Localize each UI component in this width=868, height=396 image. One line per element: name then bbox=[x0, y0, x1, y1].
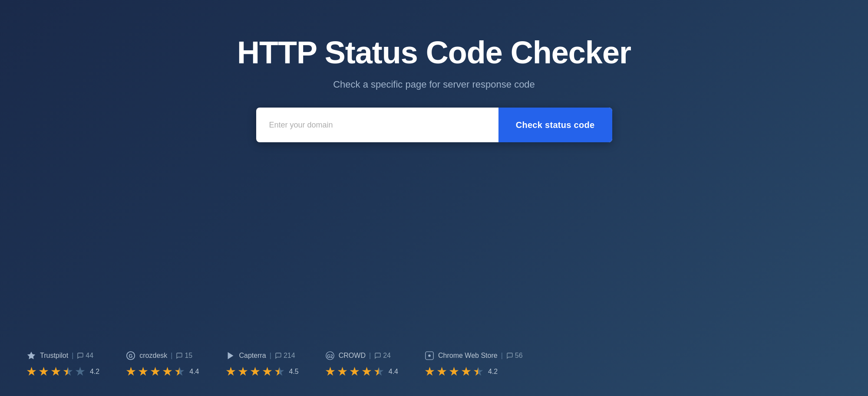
search-form: Check status code bbox=[256, 108, 612, 142]
review-number: 56 bbox=[515, 352, 523, 360]
stars-row: ★★★★★ 4.2 bbox=[424, 364, 523, 379]
rating-number: 4.4 bbox=[189, 368, 199, 376]
star-full: ★ bbox=[125, 364, 136, 379]
star-full: ★ bbox=[361, 364, 372, 379]
svg-text:G2: G2 bbox=[327, 354, 333, 359]
stars-row: ★★★★★ 4.5 bbox=[225, 364, 299, 379]
rating-item-crowd: G2 CROWD | 24 ★★★★★ 4.4 bbox=[325, 350, 398, 379]
review-number: 214 bbox=[284, 352, 295, 360]
star-full: ★ bbox=[38, 364, 49, 379]
rating-number: 4.4 bbox=[389, 368, 398, 376]
rating-header: G crozdesk | 15 bbox=[125, 350, 199, 361]
platform-name: Trustpilot bbox=[40, 352, 68, 360]
review-count: 24 bbox=[374, 352, 391, 360]
star-half: ★ bbox=[473, 364, 484, 379]
star-full: ★ bbox=[325, 364, 336, 379]
rating-item-crozdesk: G crozdesk | 15 ★★★★★ 4.4 bbox=[125, 350, 199, 379]
star-full: ★ bbox=[349, 364, 360, 379]
rating-item-capterra: Capterra | 214 ★★★★★ 4.5 bbox=[225, 350, 299, 379]
platform-name: Chrome Web Store bbox=[438, 352, 498, 360]
star-full: ★ bbox=[138, 364, 149, 379]
stars: ★★★★★ bbox=[225, 364, 285, 379]
star-full: ★ bbox=[150, 364, 161, 379]
star-full: ★ bbox=[436, 364, 447, 379]
stars-row: ★★★★★ 4.4 bbox=[325, 364, 398, 379]
rating-item-chrome-web-store: Chrome Web Store | 56 ★★★★★ 4.2 bbox=[424, 350, 523, 379]
star-full: ★ bbox=[225, 364, 236, 379]
review-count: 15 bbox=[176, 352, 192, 360]
divider: | bbox=[72, 352, 73, 360]
divider: | bbox=[369, 352, 371, 360]
star-icon bbox=[26, 350, 36, 361]
rating-header: G2 CROWD | 24 bbox=[325, 350, 398, 361]
star-full: ★ bbox=[337, 364, 348, 379]
rating-header: Chrome Web Store | 56 bbox=[424, 350, 523, 361]
star-full: ★ bbox=[26, 364, 37, 379]
star-full: ★ bbox=[238, 364, 248, 379]
stars: ★★★★★ bbox=[424, 364, 484, 379]
divider: | bbox=[501, 352, 503, 360]
hero-section: HTTP Status Code Checker Check a specifi… bbox=[0, 0, 868, 350]
arrow-icon bbox=[225, 350, 236, 361]
page-subtitle: Check a specific page for server respons… bbox=[333, 79, 535, 90]
platform-name: Capterra bbox=[239, 352, 266, 360]
star-full: ★ bbox=[250, 364, 261, 379]
review-count: 214 bbox=[275, 352, 295, 360]
review-number: 24 bbox=[383, 352, 391, 360]
rating-number: 4.5 bbox=[289, 368, 299, 376]
review-count: 56 bbox=[506, 352, 523, 360]
svg-text:G: G bbox=[129, 353, 133, 359]
chrome-icon bbox=[424, 350, 435, 361]
star-full: ★ bbox=[461, 364, 472, 379]
star-half: ★ bbox=[174, 364, 185, 379]
stars: ★★★★★ bbox=[26, 364, 86, 379]
page-title: HTTP Status Code Checker bbox=[237, 35, 631, 70]
star-full: ★ bbox=[449, 364, 459, 379]
svg-point-7 bbox=[428, 354, 431, 357]
review-count: 44 bbox=[77, 352, 93, 360]
divider: | bbox=[171, 352, 172, 360]
review-number: 15 bbox=[185, 352, 192, 360]
stars: ★★★★★ bbox=[325, 364, 384, 379]
star-empty: ★ bbox=[75, 364, 86, 379]
stars-row: ★★★★★ 4.4 bbox=[125, 364, 199, 379]
star-full: ★ bbox=[50, 364, 61, 379]
rating-number: 4.2 bbox=[488, 368, 498, 376]
star-full: ★ bbox=[162, 364, 173, 379]
divider: | bbox=[270, 352, 271, 360]
star-half: ★ bbox=[373, 364, 384, 379]
c-icon: G bbox=[125, 350, 136, 361]
stars: ★★★★★ bbox=[125, 364, 185, 379]
stars-row: ★★★★★ 4.2 bbox=[26, 364, 99, 379]
platform-name: crozdesk bbox=[139, 352, 167, 360]
rating-number: 4.2 bbox=[90, 368, 99, 376]
g2-icon: G2 bbox=[325, 350, 335, 361]
star-full: ★ bbox=[262, 364, 273, 379]
star-half: ★ bbox=[63, 364, 73, 379]
svg-marker-0 bbox=[27, 352, 35, 359]
star-half: ★ bbox=[274, 364, 285, 379]
rating-header: Capterra | 214 bbox=[225, 350, 299, 361]
rating-header: Trustpilot | 44 bbox=[26, 350, 99, 361]
ratings-section: Trustpilot | 44 ★★★★★ 4.2 G crozdesk | 1… bbox=[0, 350, 868, 396]
platform-name: CROWD bbox=[339, 352, 366, 360]
star-full: ★ bbox=[424, 364, 435, 379]
rating-item-trustpilot: Trustpilot | 44 ★★★★★ 4.2 bbox=[26, 350, 99, 379]
domain-input[interactable] bbox=[256, 108, 498, 142]
svg-marker-3 bbox=[228, 352, 233, 360]
review-number: 44 bbox=[86, 352, 93, 360]
check-button[interactable]: Check status code bbox=[498, 108, 612, 142]
